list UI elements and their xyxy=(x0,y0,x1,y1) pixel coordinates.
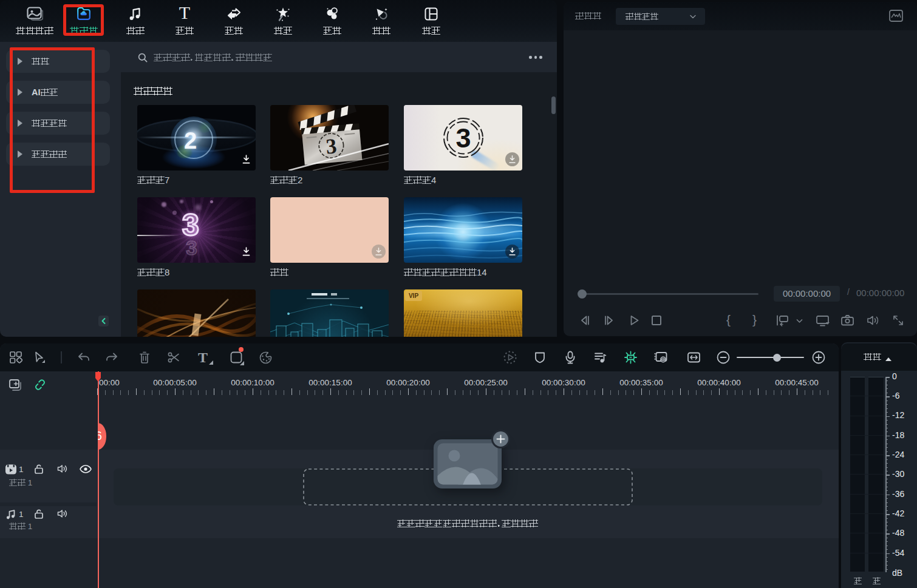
svg-text:3: 3 xyxy=(455,123,471,154)
svg-text:3: 3 xyxy=(325,134,338,158)
